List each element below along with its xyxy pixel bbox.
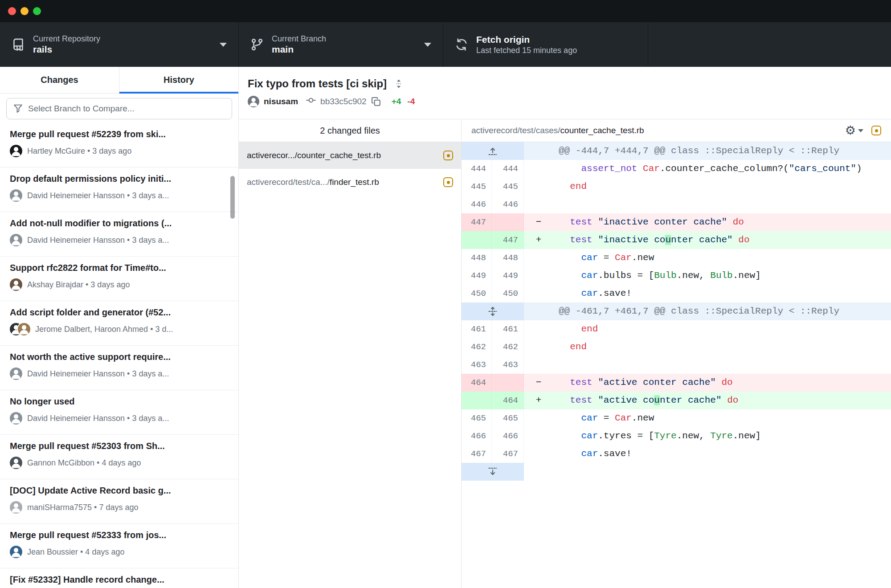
commit-item-title: Merge pull request #52239 from ski... [10,129,229,139]
main-content: Changes History Merge pull request #5223… [0,67,891,588]
select-branch-to-compare-input[interactable] [6,98,232,119]
commit-item-meta: David Heinemeier Hansson • 3 days a... [10,412,229,425]
current-repository-dropdown[interactable]: Current Repository rails [0,22,239,67]
commit-list-item[interactable]: [DOC] Update Active Record basic g...man… [0,479,238,524]
scrollbar-thumb[interactable] [230,176,235,219]
compare-branch-icon [13,104,23,113]
old-line-number: 447 [462,213,492,231]
commit-item-meta: Akshay Birajdar • 3 days ago [10,278,229,291]
diff-panel: activerecord/test/cases/counter_cache_te… [462,119,891,588]
diff-sign [524,338,553,356]
commit-meta-text: Jerome Dalbert, Haroon Ahmed • 3 d... [35,325,173,334]
avatar [10,368,22,380]
modified-file-icon [443,177,453,187]
current-branch-dropdown[interactable]: Current Branch main [239,22,443,67]
old-line-number: 445 [462,178,492,196]
code-line [553,356,891,374]
diff-line: 463463 [462,356,891,374]
old-line-number [462,392,492,409]
expand-hunk-button[interactable] [462,302,524,320]
commit-list-item[interactable]: Support rfc2822 format for Time#to...Aks… [0,257,238,301]
file-name: counter_cache_test.rb [297,151,381,160]
expand-commit-details-icon[interactable] [394,79,404,89]
fetch-labels: Fetch origin Last fetched 15 minutes ago [476,34,577,56]
author-avatar [248,96,259,107]
commit-author: nisusam [264,97,298,106]
diff-line: 461461 end [462,320,891,338]
diff-line: 462462 end [462,338,891,356]
expand-row [462,463,891,481]
commit-header: Fix typo from tests [ci skip] nisusam [239,67,891,119]
file-list-item[interactable]: activerecor.../counter_cache_test.rb [239,142,461,169]
tab-history[interactable]: History [119,67,238,93]
diff-line: 447− test "inactive conter cache" do [462,213,891,231]
git-branch-icon [250,38,264,51]
chevron-down-icon [858,129,863,132]
new-line-number: 461 [492,320,524,338]
diff-sign [524,160,553,178]
avatar [10,412,22,425]
new-line-number: 463 [492,356,524,374]
commit-list-item[interactable]: [Fix #52332] Handle record change... [0,568,238,588]
zoom-button[interactable] [33,7,41,15]
old-line-number: 449 [462,267,492,285]
commit-list-item[interactable]: Merge pull request #52239 from ski...Har… [0,123,238,167]
code-line: test "active conter cache" do [553,374,891,392]
avatar [10,234,22,246]
new-line-number: 445 [492,178,524,196]
commit-item-meta: Jerome Dalbert, Haroon Ahmed • 3 d... [10,323,229,335]
code-line: end [553,178,891,196]
old-line-number: 450 [462,285,492,302]
commit-list-item[interactable]: Merge pull request #52333 from jos...Jea… [0,524,238,568]
file-name: finder_test.rb [330,177,379,187]
branch-name: main [272,44,326,55]
copy-sha-button[interactable] [371,97,381,106]
diff-line: 464+ test "active counter cache" do [462,392,891,409]
expand-hunk-button[interactable] [462,142,524,160]
new-line-number: 466 [492,427,524,445]
chevron-down-icon [424,43,431,47]
commit-list-item[interactable]: Add not-null modifier to migrations (...… [0,212,238,257]
old-line-number: 444 [462,160,492,178]
app-window: Current Repository rails Current Branch … [0,0,891,588]
diff-options-button[interactable]: ⚙ [845,125,863,137]
diff-sign [524,267,553,285]
commit-list-item[interactable]: No longer usedDavid Heinemeier Hansson •… [0,390,238,435]
file-list-item[interactable]: activerecord/test/ca.../finder_test.rb [239,169,461,196]
code-line: end [553,320,891,338]
close-button[interactable] [8,7,16,15]
code-line: test "inactive conter cache" do [553,213,891,231]
old-line-number: 446 [462,196,492,213]
commit-list-item[interactable]: Add script folder and generator (#52...J… [0,301,238,346]
tab-changes[interactable]: Changes [0,67,119,93]
gear-icon: ⚙ [845,125,856,137]
expand-hunk-button[interactable] [462,463,524,481]
commit-meta-text: Akshay Birajdar • 3 days ago [27,280,130,290]
avatar [18,323,30,335]
diff-line: 447+ test "inactive counter cache" do [462,231,891,249]
sync-icon [455,38,468,51]
new-line-number: 444 [492,160,524,178]
branch-labels: Current Branch main [272,34,326,56]
minimize-button[interactable] [20,7,29,15]
commit-item-title: Drop default permissions policy initi... [10,174,229,184]
diff-line: 448448 car = Car.new [462,249,891,267]
toolbar: Current Repository rails Current Branch … [0,22,891,67]
new-line-number: 465 [492,409,524,427]
diff-sign: + [524,231,553,249]
commit-item-meta: David Heinemeier Hansson • 3 days a... [10,368,229,380]
code-line: car = Car.new [553,249,891,267]
commit-list-item[interactable]: Not worth the active support require...D… [0,346,238,390]
commit-list-item[interactable]: Merge pull request #52303 from Sh...Gann… [0,435,238,479]
commit-list-item[interactable]: Drop default permissions policy initi...… [0,167,238,212]
fetch-subtitle: Last fetched 15 minutes ago [476,45,577,56]
avatar-stack [10,278,22,291]
new-line-number: 467 [492,445,524,463]
diff-line: 445445 end [462,178,891,196]
fetch-title: Fetch origin [476,34,577,45]
fetch-origin-button[interactable]: Fetch origin Last fetched 15 minutes ago [443,22,648,67]
avatar-stack [10,546,22,558]
old-line-number: 467 [462,445,492,463]
branch-label: Current Branch [272,34,326,44]
avatar [10,546,22,558]
